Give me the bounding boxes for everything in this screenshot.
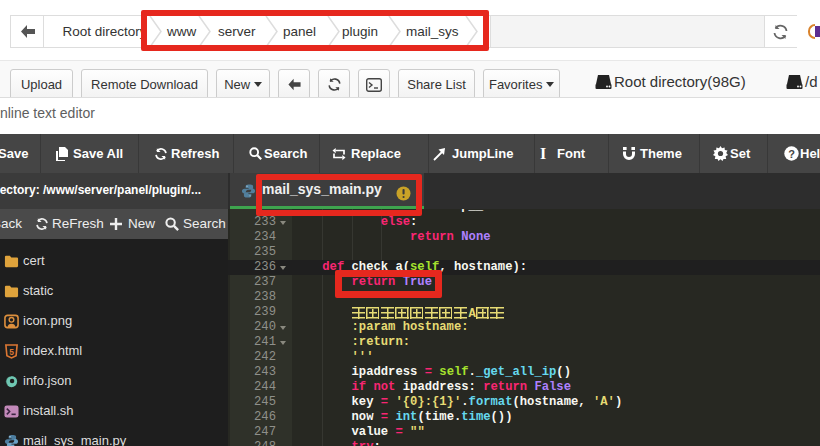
svg-text:?: ? (788, 148, 795, 160)
svg-text:5: 5 (9, 347, 14, 357)
